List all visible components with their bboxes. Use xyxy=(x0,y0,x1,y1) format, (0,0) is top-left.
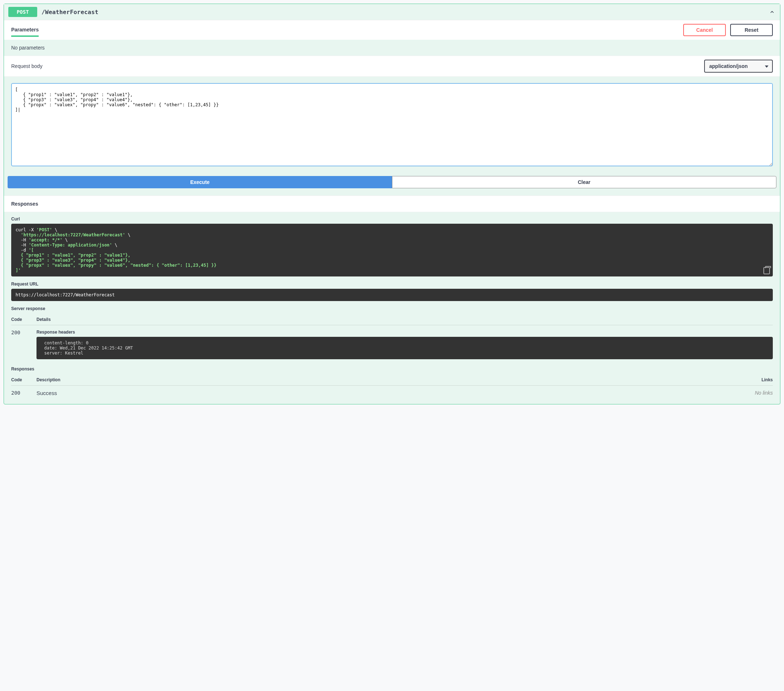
request-body-bar: Request body application/json xyxy=(4,56,780,77)
operation-header[interactable]: POST /WeatherForecast xyxy=(4,4,780,20)
curl-label: Curl xyxy=(11,216,773,221)
curl-seg: 'accept: */*' xyxy=(28,237,63,242)
content-type-select[interactable]: application/json xyxy=(704,59,773,73)
no-parameters-text: No parameters xyxy=(4,40,780,56)
code-header2: Code xyxy=(11,377,36,383)
curl-seg: '[ { "prop1" : "value1", "prop2" : "valu… xyxy=(16,247,216,273)
responses-label: Responses xyxy=(11,366,773,371)
details-header: Details xyxy=(36,317,773,322)
request-url-code: https://localhost:7227/WeatherForecast xyxy=(11,289,773,301)
links-header: Links xyxy=(740,377,773,383)
code-header: Code xyxy=(11,317,36,322)
clear-button[interactable]: Clear xyxy=(392,176,777,188)
curl-seg: curl -X xyxy=(16,227,36,233)
curl-seg: 'Content-Type: application/json' xyxy=(28,242,112,247)
request-body-textarea[interactable] xyxy=(11,83,773,166)
server-response-details: Response headers content-length: 0 date:… xyxy=(36,330,773,359)
curl-code: curl -X 'POST' \ 'https://localhost:7227… xyxy=(11,224,773,277)
curl-seg: 'POST' xyxy=(36,227,52,233)
content-type-select-wrap: application/json xyxy=(704,59,773,73)
responses-row-links: No links xyxy=(740,390,773,396)
server-response-code: 200 xyxy=(11,330,36,359)
chevron-up-icon[interactable] xyxy=(768,8,776,16)
responses-row-code: 200 xyxy=(11,390,36,396)
actions-row: Execute Clear xyxy=(4,176,780,196)
description-header: Description xyxy=(36,377,740,383)
request-body-area xyxy=(4,77,780,176)
request-url-label: Request URL xyxy=(11,282,773,287)
request-body-label: Request body xyxy=(11,63,42,69)
parameters-tab[interactable]: Parameters xyxy=(11,27,39,37)
response-headers-label: Response headers xyxy=(36,330,773,335)
responses-header: Responses xyxy=(4,196,780,212)
responses-table-header: Code Description Links xyxy=(11,374,773,386)
responses-row: 200 Success No links xyxy=(11,386,773,398)
server-response-row: 200 Response headers content-length: 0 d… xyxy=(11,325,773,361)
reset-button[interactable]: Reset xyxy=(730,24,773,36)
clipboard-icon[interactable] xyxy=(763,267,770,274)
response-headers-block: content-length: 0 date: Wed,21 Dec 2022 … xyxy=(36,337,773,359)
execute-button[interactable]: Execute xyxy=(8,176,392,188)
cancel-button[interactable]: Cancel xyxy=(683,24,726,36)
parameters-bar: Parameters Cancel Reset xyxy=(4,20,780,40)
curl-seg: 'https://localhost:7227/WeatherForecast' xyxy=(21,233,125,237)
responses-row-description: Success xyxy=(36,390,740,396)
operation-block: POST /WeatherForecast Parameters Cancel … xyxy=(3,3,781,404)
server-response-label: Server response xyxy=(11,306,773,311)
responses-section: Curl curl -X 'POST' \ 'https://localhost… xyxy=(4,212,780,404)
operation-path: /WeatherForecast xyxy=(41,9,98,16)
server-response-table-header: Code Details xyxy=(11,314,773,325)
method-badge: POST xyxy=(8,7,37,17)
